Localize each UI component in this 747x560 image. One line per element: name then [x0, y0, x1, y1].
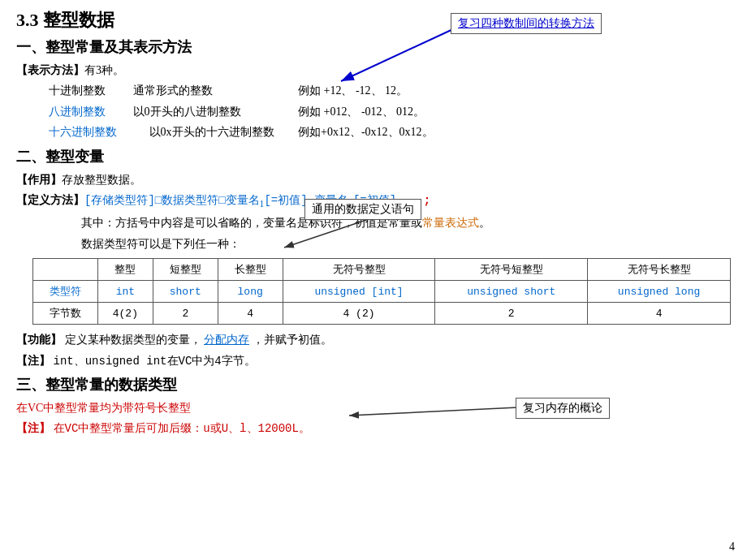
type-short: short: [153, 281, 218, 303]
section1-title: 一、整型常量及其表示方法: [16, 37, 731, 57]
section1-desc: 【表示方法】有3种。: [16, 62, 731, 80]
table-type-row: 类型符 int short long unsigned [int] unsign…: [33, 281, 731, 303]
section2-use: 【作用】存放整型数据。: [16, 171, 731, 189]
section2-note2: 数据类型符可以是下列任一种：: [81, 235, 731, 253]
bytes-int: 4(2): [97, 303, 153, 325]
bytes-long: 4: [218, 303, 283, 325]
page-number: 4: [729, 541, 735, 554]
col-int: 整型: [97, 259, 153, 281]
type-int: int: [97, 281, 153, 303]
type-uint: unsigned [int]: [283, 281, 435, 303]
hex-row: 十六进制整数 以0x开头的十六进制整数 例如+0x12、-0x12、0x12。: [49, 123, 731, 141]
col-ushort: 无符号短整型: [435, 259, 588, 281]
type-table: 整型 短整型 长整型 无符号整型 无符号短整型 无符号长整型 类型符 int s…: [32, 258, 731, 325]
col-empty: [33, 259, 98, 281]
section3-title: 三、整型常量的数据类型: [16, 375, 731, 394]
section2-title: 二、整型变量: [16, 147, 731, 166]
col-short: 短整型: [153, 259, 218, 281]
type-long: long: [218, 281, 283, 303]
octal-row: 八进制整数 以0开头的八进制整数 例如 +012、 -012、 012。: [49, 103, 731, 121]
table-header-row: 整型 短整型 长整型 无符号整型 无符号短整型 无符号长整型: [33, 259, 731, 281]
int-note-line: 【注】 int、unsigned int在VC中为4字节。: [16, 352, 731, 370]
bytes-ushort: 2: [435, 303, 588, 325]
type-ushort: unsigned short: [435, 281, 588, 303]
bytes-uint: 4 (2): [283, 303, 435, 325]
callout-memory-review: 复习内存的概论: [516, 398, 610, 419]
col-ulong: 无符号长整型: [588, 259, 731, 281]
bytes-short: 2: [153, 303, 218, 325]
callout-review-bases: 复习四种数制间的转换方法: [451, 13, 602, 34]
col-long: 长整型: [218, 259, 283, 281]
page-title: 3.3 整型数据: [16, 8, 731, 32]
table-bytes-row: 字节数 4(2) 2 4 4 (2) 2 4: [33, 303, 731, 325]
col-uint: 无符号整型: [283, 259, 435, 281]
type-label: 类型符: [33, 281, 98, 303]
vc-constant-line: 在VC中整型常量均为带符号长整型: [16, 399, 731, 417]
decimal-row: 十进制整数 通常形式的整数 例如 +12、 -12、 12。: [49, 82, 731, 100]
vc-note-line: 【注】 在VC中整型常量后可加后缀：u或U、l、12000L。: [16, 420, 731, 437]
bytes-ulong: 4: [588, 303, 731, 325]
type-ulong: unsigned long: [588, 281, 731, 303]
callout-universal-def: 通用的数据定义语句: [304, 199, 421, 220]
func-line: 【功能】 定义某种数据类型的变量， 分配内存 ，并赋予初值。: [16, 331, 731, 349]
bytes-label: 字节数: [33, 303, 98, 325]
